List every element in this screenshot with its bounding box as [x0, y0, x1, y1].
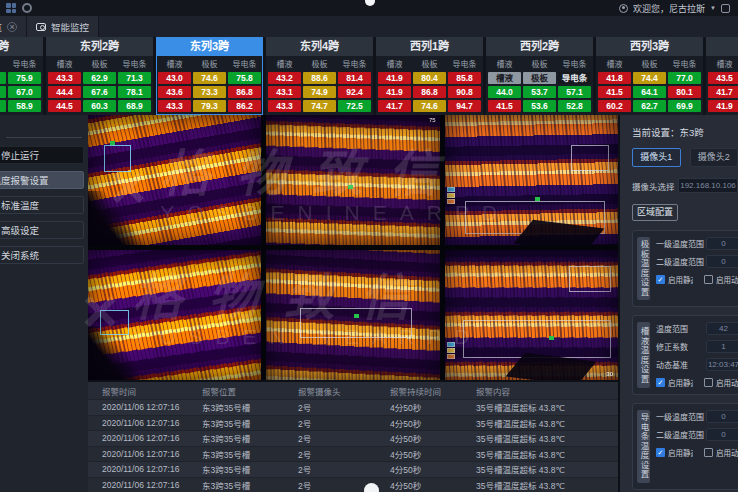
- thermal-panel-1[interactable]: [88, 115, 261, 245]
- alarm-cell: 东3跨35号槽: [192, 401, 284, 413]
- temperature-cell: 86.8: [228, 86, 261, 98]
- sidebar-button[interactable]: 温度报警设置: [0, 171, 84, 189]
- span-column-title[interactable]: 东列3跨: [156, 37, 263, 56]
- current-setting: 当前设置：东3跨: [632, 125, 738, 139]
- alarm-cell: 2020/11/06 12:07:16: [88, 449, 192, 459]
- alarm-row[interactable]: 2020/11/06 12:07:16东3跨35号槽2号4分50秒35号槽温度超…: [88, 430, 618, 446]
- span-value-row: 41.874.477.0: [598, 72, 701, 84]
- dynamic-calibration-checkbox[interactable]: [704, 448, 713, 457]
- field-input[interactable]: 0: [706, 428, 738, 441]
- region-box: [569, 266, 611, 292]
- alarm-row[interactable]: 2020/11/06 12:07:16东3跨35号槽2号4分50秒35号槽温度超…: [88, 415, 618, 431]
- tab-smart-monitoring[interactable]: 智能监控: [27, 16, 99, 37]
- alarm-row[interactable]: 2020/11/06 12:07:16东3跨35号槽2号4分50秒35号槽温度超…: [88, 399, 618, 415]
- scroll-dot[interactable]: [364, 483, 379, 492]
- temperature-cell: 57.1: [558, 86, 591, 98]
- field-input[interactable]: 0: [706, 255, 738, 268]
- static-calibration-checkbox[interactable]: ✓: [656, 448, 665, 457]
- alarm-table: 报警时间报警位置报警摄像头报警持续时间报警内容 2020/11/06 12:07…: [88, 382, 618, 492]
- span-column-title[interactable]: 西列2跨: [486, 37, 593, 56]
- temperature-cell: 74.6: [193, 72, 226, 84]
- span-column[interactable]: 东列2跨槽液极板导电条43.362.971.344.467.678.144.56…: [46, 37, 153, 115]
- span-column-title[interactable]: 东列4跨: [266, 37, 373, 56]
- span-column[interactable]: 东列3跨槽液极板导电条43.074.675.843.673.386.843.37…: [156, 37, 263, 115]
- temperature-cell: 74.4: [633, 72, 666, 84]
- static-calibration-checkbox[interactable]: ✓: [656, 275, 665, 284]
- span-column-title[interactable]: 西列3跨: [596, 37, 703, 56]
- span-subheader: 极板: [0, 59, 6, 70]
- alarm-row[interactable]: 2020/11/06 12:07:16东3跨35号槽2号4分50秒35号槽温度超…: [88, 446, 618, 462]
- dynamic-calibration-checkbox[interactable]: [704, 378, 713, 387]
- span-subheader-row: 槽液极板导电条: [378, 59, 481, 70]
- welcome-text[interactable]: 欢迎您，尼古拉斯: [633, 2, 705, 15]
- alarm-cell: 2020/11/06 12:07:16: [88, 433, 192, 443]
- field-input[interactable]: 42: [706, 322, 738, 335]
- span-column[interactable]: 西列1跨槽液极板导电条41.980.485.841.986.890.841.77…: [376, 37, 483, 115]
- tab-smart-monitoring-label: 智能监控: [51, 20, 89, 34]
- span-value-row: 41.774.694.7: [378, 100, 481, 112]
- region-box: [104, 145, 131, 172]
- tab-overview[interactable]: 总览 ×: [0, 16, 27, 37]
- alarm-row[interactable]: 2020/11/06 12:07:16东3跨35号槽2号4分50秒35号槽温度超…: [88, 477, 618, 492]
- field-input[interactable]: 1: [706, 340, 738, 353]
- span-column[interactable]: 东列1跨槽液极板导电条75.967.058.9: [0, 37, 43, 115]
- temperature-cell: 44.5: [48, 100, 81, 112]
- span-column[interactable]: 东列4跨槽液极板导电条43.288.681.443.174.992.443.37…: [266, 37, 373, 115]
- span-subheader-row: 槽液极板导电条: [598, 59, 701, 70]
- span-value-row: 41.564.180.1: [598, 86, 701, 98]
- region-box: [100, 310, 129, 335]
- region-config-button[interactable]: 区域配置: [632, 204, 678, 221]
- setting-row: 温度范围42: [656, 322, 738, 335]
- user-icon: [619, 4, 628, 13]
- section-rows: 一级温度范围0二级温度范围0✓启用静态校准启用动态校准: [656, 237, 738, 300]
- dynamic-calibration-checkbox[interactable]: [704, 275, 713, 284]
- field-input[interactable]: 0: [706, 410, 738, 423]
- span-header-strip: 东列1跨槽液极板导电条75.967.058.9东列2跨槽液极板导电条43.362…: [0, 37, 738, 115]
- dynamic-calibration-label: 启用动态校准: [716, 377, 738, 388]
- gear-icon[interactable]: [22, 3, 32, 13]
- span-value-row: 43.379.386.2: [158, 100, 261, 112]
- temperature-cell: 68.9: [118, 100, 151, 112]
- span-value-row: 43.074.675.8: [158, 72, 261, 84]
- span-column[interactable]: 西列4跨槽液极板导电条43.541.741.9: [706, 37, 738, 115]
- field-input[interactable]: 0: [706, 237, 738, 250]
- alarm-cell: 35号槽温度超标 43.8℃: [462, 417, 618, 429]
- close-icon[interactable]: ×: [7, 22, 17, 32]
- tab-bar: 总览 × 智能监控: [0, 16, 738, 37]
- field-input[interactable]: 12:03:47: [706, 358, 738, 371]
- temperature-cell: 43.2: [268, 72, 301, 84]
- chevron-down-icon[interactable]: ▼: [710, 5, 716, 11]
- span-column-title[interactable]: 东列2跨: [46, 37, 153, 56]
- span-column-title[interactable]: 东列1跨: [0, 37, 43, 56]
- span-column[interactable]: 西列2跨槽液极板导电条槽液极板导电条44.053.757.141.553.652…: [486, 37, 593, 115]
- span-subheader-row: 槽液极板导电条: [488, 59, 591, 70]
- alarm-header-cell: 报警内容: [462, 385, 618, 397]
- temperature-cell: [0, 100, 6, 112]
- alarm-row[interactable]: 2020/11/06 12:07:16东3跨35号槽2号4分50秒35号槽温度超…: [88, 461, 618, 477]
- sidebar-button[interactable]: 高级设定: [0, 221, 84, 239]
- static-calibration-checkbox[interactable]: ✓: [656, 378, 665, 387]
- span-value-row: 44.467.678.1: [48, 86, 151, 98]
- marker: [354, 314, 359, 318]
- setting-row: 修正系数1: [656, 340, 738, 353]
- span-column-title[interactable]: 西列1跨: [376, 37, 483, 56]
- thermal-panel-6[interactable]: 30: [445, 250, 618, 380]
- camera2-button[interactable]: 摄像头2: [690, 148, 738, 167]
- app-switch-icon[interactable]: [721, 4, 730, 13]
- sidebar-button[interactable]: 标准温度: [0, 196, 84, 214]
- span-column[interactable]: 西列3跨槽液极板导电条41.874.477.041.564.180.160.26…: [596, 37, 703, 115]
- thermal-panel-4[interactable]: [88, 250, 261, 380]
- thermal-panel-2[interactable]: 75: [266, 115, 439, 245]
- sidebar-button[interactable]: 停止运行: [0, 146, 84, 164]
- camera-ip-input[interactable]: 192.168.10.106: [678, 178, 738, 193]
- sidebar-button[interactable]: 关闭系统: [0, 246, 84, 264]
- grid-icon[interactable]: [6, 3, 16, 13]
- thermal-panel-5[interactable]: [266, 250, 439, 380]
- alarm-cell: 2号: [284, 479, 376, 491]
- span-column-title[interactable]: 西列4跨: [706, 37, 738, 56]
- span-subheader: 导电条: [8, 59, 41, 70]
- temperature-cell: 极板: [523, 72, 556, 84]
- thermal-panel-3[interactable]: [445, 115, 618, 245]
- temperature-cell: 77.0: [668, 72, 701, 84]
- camera1-button[interactable]: 摄像头1: [632, 148, 681, 167]
